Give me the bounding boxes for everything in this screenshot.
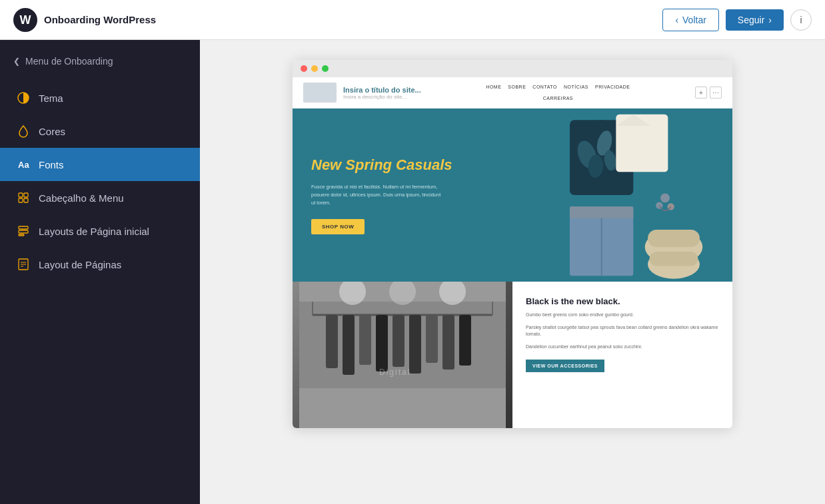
svg-rect-45 bbox=[393, 315, 405, 367]
svg-rect-50 bbox=[299, 388, 506, 428]
info-button[interactable]: i bbox=[790, 9, 812, 31]
sidebar: ❮ Menu de Onboarding Tema bbox=[0, 40, 200, 504]
site-topnav: Insira o título do site... Insira a desc… bbox=[293, 77, 732, 109]
store-illustration: Digital bbox=[293, 282, 512, 428]
topbar-left: W Onboarding WordPress bbox=[13, 8, 156, 32]
svg-rect-25 bbox=[570, 206, 633, 218]
site-text-cta: VIEW OUR ACCESSORIES bbox=[526, 360, 604, 372]
site-hero-text: Fusce gravida ut nisi et facilisis. Null… bbox=[311, 183, 444, 207]
svg-text:Digital: Digital bbox=[379, 368, 411, 377]
sidebar-item-fonts-label: Fonts bbox=[39, 159, 64, 170]
site-text-content: Black is the new black. Gumbo beet green… bbox=[512, 282, 732, 428]
topbar: W Onboarding WordPress ‹ Voltar Seguir ›… bbox=[0, 0, 825, 40]
layout-page-icon bbox=[16, 257, 31, 272]
site-nav-links: HOME SOBRE CONTATO NOTÍCIAS PRIVACIDADE … bbox=[486, 85, 630, 101]
site-nav-more-btn: ⋯ bbox=[710, 87, 722, 99]
sidebar-nav: Tema Cores Aa Fonts bbox=[0, 81, 200, 281]
topbar-title: Onboarding WordPress bbox=[44, 14, 156, 25]
sidebar-menu-toggle[interactable]: ❮ Menu de Onboarding bbox=[0, 47, 200, 76]
site-title-area: Insira o título do site... Insira a desc… bbox=[343, 86, 421, 100]
browser-dot-green bbox=[322, 65, 329, 72]
svg-rect-44 bbox=[376, 315, 388, 372]
site-title: Insira o título do site... bbox=[343, 86, 421, 94]
site-nav-actions: + ⋯ bbox=[695, 87, 722, 99]
wp-logo-icon: W bbox=[13, 8, 37, 32]
site-preview: Insira o título do site... Insira a desc… bbox=[293, 77, 732, 428]
site-text-heading: Black is the new black. bbox=[526, 296, 719, 306]
chevron-left-icon: ❮ bbox=[13, 57, 20, 66]
svg-rect-7 bbox=[24, 198, 28, 202]
sidebar-item-layout-paginas[interactable]: Layout de Páginas bbox=[0, 248, 200, 281]
svg-rect-5 bbox=[24, 193, 28, 197]
sidebar-item-tema-label: Tema bbox=[39, 93, 63, 104]
svg-rect-46 bbox=[409, 315, 421, 374]
browser-chrome bbox=[293, 60, 732, 77]
svg-rect-4 bbox=[19, 193, 23, 197]
sidebar-item-cabecalho[interactable]: Cabeçalho & Menu bbox=[0, 181, 200, 214]
seguir-button[interactable]: Seguir › bbox=[726, 9, 784, 31]
svg-rect-10 bbox=[19, 234, 24, 236]
site-logo-area: Insira o título do site... Insira a desc… bbox=[303, 83, 421, 103]
layout-list-icon bbox=[16, 224, 31, 238]
site-hero-image bbox=[546, 109, 732, 282]
info-icon: i bbox=[800, 15, 802, 25]
topbar-right: ‹ Voltar Seguir › i bbox=[662, 9, 812, 31]
site-logo-box bbox=[303, 83, 337, 103]
site-hero-title: New Spring Casuals bbox=[311, 156, 527, 174]
site-nav-bottom: CARREIRAS bbox=[543, 96, 573, 101]
svg-rect-42 bbox=[343, 315, 355, 375]
svg-point-17 bbox=[590, 120, 613, 131]
svg-text:W: W bbox=[20, 13, 31, 27]
site-text-para-2: Parsley shallot courgette tatsoi pea spr… bbox=[526, 324, 719, 338]
site-hero: New Spring Casuals Fusce gravida ut nisi… bbox=[293, 109, 732, 282]
sidebar-item-cores[interactable]: Cores bbox=[0, 115, 200, 148]
svg-point-32 bbox=[656, 202, 662, 208]
site-description: Insira a descrição do site... bbox=[343, 94, 421, 100]
text-aa-icon: Aa bbox=[16, 157, 31, 172]
sidebar-item-tema[interactable]: Tema bbox=[0, 81, 200, 115]
droplet-icon bbox=[16, 124, 31, 138]
browser-mockup: Insira o título do site... Insira a desc… bbox=[293, 60, 732, 428]
sidebar-item-layouts-pagina[interactable]: Layouts de Página inicial bbox=[0, 214, 200, 248]
content-area: Insira o título do site... Insira a desc… bbox=[200, 40, 825, 504]
site-nav-add-btn: + bbox=[695, 87, 707, 99]
layout-grid-icon bbox=[16, 190, 31, 205]
svg-rect-43 bbox=[359, 315, 371, 365]
main-layout: ❮ Menu de Onboarding Tema bbox=[0, 40, 825, 504]
svg-point-30 bbox=[660, 193, 670, 202]
svg-rect-49 bbox=[459, 315, 471, 366]
sidebar-item-cabecalho-label: Cabeçalho & Menu bbox=[39, 192, 124, 204]
svg-rect-9 bbox=[19, 230, 28, 233]
sidebar-item-fonts[interactable]: Aa Fonts bbox=[0, 148, 200, 181]
svg-rect-8 bbox=[19, 226, 28, 229]
svg-rect-6 bbox=[19, 198, 23, 202]
svg-text:Aa: Aa bbox=[18, 160, 29, 170]
browser-dot-red bbox=[301, 65, 307, 72]
site-nav-top: HOME SOBRE CONTATO NOTÍCIAS PRIVACIDADE bbox=[486, 85, 630, 89]
nav-link-privacidade: PRIVACIDADE bbox=[595, 85, 630, 89]
chevron-left-icon: ‹ bbox=[675, 15, 678, 25]
site-hero-content: New Spring Casuals Fusce gravida ut nisi… bbox=[293, 109, 546, 282]
sidebar-item-layout-paginas-label: Layout de Páginas bbox=[39, 259, 121, 270]
site-text-para-3: Dandelion cucumber earthnut pea peanut s… bbox=[526, 344, 719, 351]
fashion-illustration bbox=[546, 109, 732, 282]
store-image-content: Digital bbox=[293, 282, 512, 428]
svg-rect-48 bbox=[442, 315, 454, 370]
nav-link-noticias: NOTÍCIAS bbox=[564, 85, 588, 89]
site-second-section: Digital Black is the new black. Gumbo be… bbox=[293, 282, 732, 428]
site-store-image: Digital bbox=[293, 282, 512, 428]
nav-link-contato: CONTATO bbox=[532, 85, 557, 89]
sidebar-menu-label: Menu de Onboarding bbox=[25, 56, 113, 67]
site-text-para-1: Gumbo beet greens corn soko endive gumbo… bbox=[526, 312, 719, 319]
sidebar-item-layouts-label: Layouts de Página inicial bbox=[39, 226, 149, 237]
site-hero-cta: Shop now bbox=[311, 219, 365, 234]
sidebar-item-cores-label: Cores bbox=[39, 126, 65, 137]
svg-rect-41 bbox=[326, 315, 338, 368]
nav-link-home: HOME bbox=[486, 85, 501, 89]
voltar-button[interactable]: ‹ Voltar bbox=[662, 9, 718, 31]
svg-rect-29 bbox=[650, 252, 698, 266]
chevron-right-icon: › bbox=[768, 15, 772, 25]
svg-rect-47 bbox=[426, 315, 438, 363]
browser-dot-yellow bbox=[311, 65, 318, 72]
svg-rect-27 bbox=[648, 230, 700, 247]
